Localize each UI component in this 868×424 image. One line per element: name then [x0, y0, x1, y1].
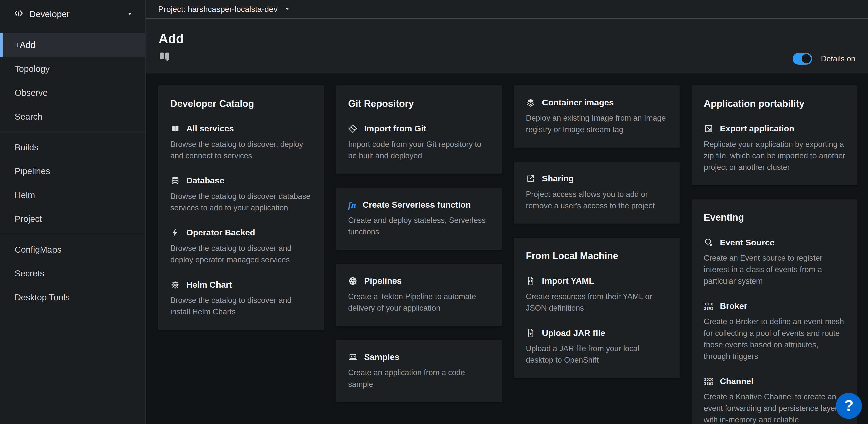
card-item-title[interactable]: Database: [186, 176, 224, 186]
card-item-description: Create resources from their YAML or JSON…: [526, 291, 668, 314]
sidebar: Developer +AddTopologyObserveSearchBuild…: [0, 0, 146, 424]
card-item-import-yaml[interactable]: Import YAMLCreate resources from their Y…: [526, 276, 668, 314]
card-item-title[interactable]: Event Source: [720, 237, 774, 247]
card-item-title[interactable]: Import from Git: [364, 124, 426, 134]
card-item-title[interactable]: Import YAML: [542, 276, 594, 286]
card-item-title[interactable]: Samples: [364, 352, 399, 362]
sidebar-item-helm[interactable]: Helm: [0, 183, 145, 207]
book-open-icon: [170, 124, 180, 134]
card-item-description: Upload a JAR file from your local deskto…: [526, 343, 668, 366]
help-button-label: ?: [844, 396, 854, 414]
card-item-helm-chart[interactable]: HELMHelm ChartBrowse the catalog to disc…: [170, 280, 312, 318]
card-container-images[interactable]: Container imagesDeploy an existing Image…: [514, 85, 680, 147]
card-item-upload-jar-file[interactable]: Upload JAR fileUpload a JAR file from yo…: [526, 328, 668, 366]
card-item-description: Import code from your Git repository to …: [348, 139, 490, 162]
svg-text:IOIO: IOIO: [704, 302, 713, 306]
card-item-title[interactable]: Sharing: [542, 174, 574, 183]
card-item-description: Deploy an existing Image from an Image r…: [526, 112, 668, 136]
card-item-channel[interactable]: IOIOIIOIIChannelCreate a Knative Channel…: [704, 376, 845, 424]
card-item-sharing[interactable]: SharingProject access allows you to add …: [526, 174, 668, 211]
card-item-title[interactable]: Channel: [720, 376, 753, 386]
card-item-samples[interactable]: SamplesCreate an application from a code…: [348, 352, 490, 390]
sidebar-item-search[interactable]: Search: [0, 105, 145, 129]
sidebar-item-builds[interactable]: Builds: [0, 135, 145, 159]
card-column-4: Application portabilityExport applicatio…: [692, 85, 858, 424]
card-developer-catalog[interactable]: Developer CatalogAll servicesBrowse the …: [158, 85, 324, 330]
sidebar-item-desktop-tools[interactable]: Desktop Tools: [0, 285, 145, 309]
details-switch[interactable]: [793, 53, 812, 64]
card-git-repository[interactable]: Git RepositoryImport from GitImport code…: [336, 85, 502, 174]
sidebar-nav: +AddTopologyObserveSearchBuildsPipelines…: [0, 28, 145, 309]
svg-text:IIOII: IIOII: [704, 306, 713, 310]
card-item-pipelines[interactable]: PipelinesCreate a Tekton Pipeline to aut…: [348, 276, 490, 314]
sidebar-item-configmaps[interactable]: ConfigMaps: [0, 237, 145, 261]
card-item-import-from-git[interactable]: Import from GitImport code from your Git…: [348, 124, 490, 162]
perspective-switcher[interactable]: Developer: [0, 0, 145, 28]
card-item-database[interactable]: DatabaseBrowse the catalog to discover d…: [170, 176, 312, 214]
sidebar-item-topology[interactable]: Topology: [0, 57, 145, 81]
card-item-event-source[interactable]: Event SourceCreate an Event source to re…: [704, 237, 845, 287]
card-item-create-serverless-function[interactable]: fnCreate Serverless functionCreate and d…: [348, 200, 490, 238]
card-item-description: Browse the catalog to discover, deploy a…: [170, 139, 312, 162]
sidebar-item-project[interactable]: Project: [0, 207, 145, 231]
card-item-title[interactable]: Operator Backed: [186, 228, 255, 237]
card-item-description: Replicate your application by exporting …: [704, 139, 845, 173]
card-item-title[interactable]: Container images: [542, 97, 614, 107]
card-item-title[interactable]: All services: [186, 124, 234, 134]
card-item-title[interactable]: Broker: [720, 301, 747, 311]
card-item-description: Create a Broker to define an event mesh …: [704, 316, 845, 362]
card-samples[interactable]: SamplesCreate an application from a code…: [336, 340, 502, 402]
switch-knob: [802, 54, 811, 63]
code-icon: [13, 8, 24, 20]
card-pipelines[interactable]: PipelinesCreate a Tekton Pipeline to aut…: [336, 264, 502, 326]
card-eventing[interactable]: EventingEvent SourceCreate an Event sour…: [692, 199, 858, 424]
sidebar-item-observe[interactable]: Observe: [0, 81, 145, 105]
main-area: Project: harshcasper-localsta-dev Add De…: [146, 0, 868, 424]
nav-group-divider: [0, 132, 145, 132]
card-item-broker[interactable]: IOIOIIOIIBrokerCreate a Broker to define…: [704, 301, 845, 362]
card-item-export-application[interactable]: Export applicationReplicate your applica…: [704, 124, 845, 173]
svg-text:HELM: HELM: [173, 284, 178, 285]
layers-icon: [526, 98, 535, 107]
card-create-serverless-function[interactable]: fnCreate Serverless functionCreate and d…: [336, 188, 502, 250]
sidebar-item-pipelines[interactable]: Pipelines: [0, 159, 145, 183]
card-item-title[interactable]: Upload JAR file: [542, 328, 605, 338]
file-upload-icon: [526, 328, 535, 338]
card-item-title[interactable]: Pipelines: [364, 276, 402, 286]
card-item-title[interactable]: Helm Chart: [186, 280, 232, 289]
card-item-operator-backed[interactable]: Operator BackedBrowse the catalog to dis…: [170, 228, 312, 266]
export-icon: [704, 124, 713, 134]
card-title: Eventing: [704, 211, 845, 223]
card-item-description: Create an Event source to register inter…: [704, 252, 845, 287]
book-plus-icon[interactable]: [159, 50, 170, 63]
project-selector[interactable]: Project: harshcasper-localsta-dev: [158, 4, 290, 14]
sidebar-item-add[interactable]: +Add: [0, 33, 145, 57]
card-item-description: Browse the catalog to discover and insta…: [170, 294, 312, 318]
card-item-description: Create and deploy stateless, Serverless …: [348, 215, 490, 238]
add-page-content: Developer CatalogAll servicesBrowse the …: [146, 74, 868, 424]
card-item-title[interactable]: Create Serverless function: [363, 200, 471, 209]
card-title: From Local Machine: [526, 250, 668, 262]
database-icon: [170, 176, 180, 186]
card-title: Application portability: [704, 97, 845, 110]
fn-icon: fn: [348, 200, 356, 209]
card-sharing[interactable]: SharingProject access allows you to add …: [514, 162, 680, 224]
card-application-portability[interactable]: Application portabilityExport applicatio…: [692, 85, 858, 185]
git-icon: [348, 124, 358, 134]
svg-text:IIOII: IIOII: [704, 381, 713, 386]
caret-down-icon: [284, 4, 290, 14]
card-item-all-services[interactable]: All servicesBrowse the catalog to discov…: [170, 124, 312, 162]
share-icon: [526, 174, 535, 183]
project-selector-label: Project: harshcasper-localsta-dev: [158, 4, 278, 14]
card-column-2: Git RepositoryImport from GitImport code…: [336, 85, 502, 402]
card-item-container-images[interactable]: Container imagesDeploy an existing Image…: [526, 97, 668, 136]
caret-down-icon: [127, 9, 133, 19]
topbar: Project: harshcasper-localsta-dev: [146, 0, 868, 19]
binary-icon: IOIOIIOII: [704, 301, 713, 311]
help-button[interactable]: ?: [836, 393, 862, 419]
card-item-title[interactable]: Export application: [720, 124, 795, 134]
card-from-local-machine[interactable]: From Local MachineImport YAMLCreate reso…: [514, 238, 680, 378]
sidebar-item-secrets[interactable]: Secrets: [0, 261, 145, 285]
card-column-3: Container imagesDeploy an existing Image…: [514, 85, 680, 378]
card-title: Git Repository: [348, 97, 490, 110]
